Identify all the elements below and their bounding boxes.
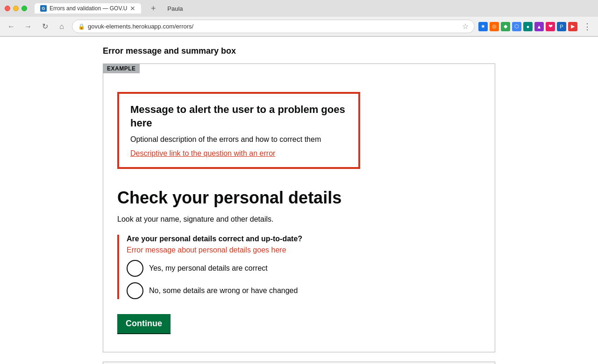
- code-snippet-box: <div class="grid-row"> <div class="colum…: [103, 362, 495, 364]
- example-box: EXAMPLE Message to alert the user to a p…: [103, 63, 495, 352]
- browser-titlebar: G Errors and validation — GOV.U ✕ + Paul…: [0, 0, 598, 17]
- back-button[interactable]: ←: [5, 20, 18, 33]
- error-summary-box: Message to alert the user to a problem g…: [117, 92, 360, 169]
- ext-icon-9[interactable]: ▶: [568, 22, 577, 31]
- ext-icon-4[interactable]: ⬡: [512, 22, 521, 31]
- minimize-window-button[interactable]: [13, 6, 19, 11]
- ext-icon-2[interactable]: ◎: [490, 22, 499, 31]
- ext-icon-7[interactable]: ❤: [546, 22, 555, 31]
- window-controls: [5, 6, 27, 11]
- browser-user: Paula: [167, 5, 183, 12]
- close-window-button[interactable]: [5, 6, 10, 11]
- radio-item-no[interactable]: No, some details are wrong or have chang…: [127, 282, 481, 299]
- new-tab-button[interactable]: +: [147, 3, 160, 14]
- page-description: Look at your name, signature and other d…: [117, 215, 481, 224]
- ext-icon-8[interactable]: P: [557, 22, 566, 31]
- radio-no-label: No, some details are wrong or have chang…: [149, 287, 298, 295]
- ext-icon-1[interactable]: ★: [478, 22, 488, 31]
- radio-item-yes[interactable]: Yes, my personal details are correct: [127, 260, 481, 277]
- continue-button[interactable]: Continue: [117, 314, 171, 333]
- tab-close-button[interactable]: ✕: [130, 5, 135, 12]
- section-heading: Error message and summary box: [103, 46, 495, 56]
- form-error-message: Error message about personal details goe…: [127, 246, 481, 254]
- url-text: govuk-elements.herokuapp.com/errors/: [88, 23, 459, 30]
- ext-icon-3[interactable]: ◆: [501, 22, 510, 31]
- browser-extensions: ★ ◎ ◆ ⬡ ● ▲ ❤ P ▶: [478, 22, 577, 31]
- home-button[interactable]: ⌂: [55, 20, 68, 33]
- form-question-label: Are your personal details correct and up…: [127, 235, 481, 243]
- page-main-heading: Check your personal details: [117, 188, 481, 208]
- radio-yes-label: Yes, my personal details are correct: [149, 264, 268, 273]
- tab-favicon: G: [40, 5, 47, 12]
- maximize-window-button[interactable]: [21, 6, 27, 11]
- ext-icon-5[interactable]: ●: [523, 22, 533, 31]
- browser-tab[interactable]: G Errors and validation — GOV.U ✕: [35, 3, 141, 14]
- security-icon: 🔒: [78, 23, 85, 30]
- radio-group: Yes, my personal details are correct No,…: [127, 260, 481, 299]
- ext-icon-6[interactable]: ▲: [534, 22, 544, 31]
- tab-title: Errors and validation — GOV.U: [50, 5, 127, 12]
- error-summary-description: Optional description of the errors and h…: [130, 135, 347, 144]
- browser-chrome: G Errors and validation — GOV.U ✕ + Paul…: [0, 0, 598, 37]
- radio-no-input[interactable]: [127, 282, 143, 299]
- page-content: Error message and summary box EXAMPLE Me…: [0, 37, 598, 364]
- refresh-button[interactable]: ↻: [38, 20, 51, 33]
- bookmark-icon[interactable]: ☆: [462, 22, 469, 31]
- radio-yes-input[interactable]: [127, 260, 143, 277]
- forward-button[interactable]: →: [21, 20, 35, 33]
- error-summary-link[interactable]: Descriptive link to the question with an…: [130, 149, 275, 157]
- example-content: Message to alert the user to a problem g…: [103, 73, 495, 352]
- address-bar[interactable]: 🔒 govuk-elements.herokuapp.com/errors/ ☆: [72, 20, 475, 33]
- example-label: EXAMPLE: [103, 64, 140, 73]
- form-group: Are your personal details correct and up…: [117, 235, 481, 299]
- browser-toolbar: ← → ↻ ⌂ 🔒 govuk-elements.herokuapp.com/e…: [0, 17, 598, 36]
- error-summary-title: Message to alert the user to a problem g…: [130, 103, 347, 130]
- content-area: Error message and summary box EXAMPLE Me…: [89, 37, 509, 364]
- browser-menu-button[interactable]: ⋮: [581, 21, 593, 32]
